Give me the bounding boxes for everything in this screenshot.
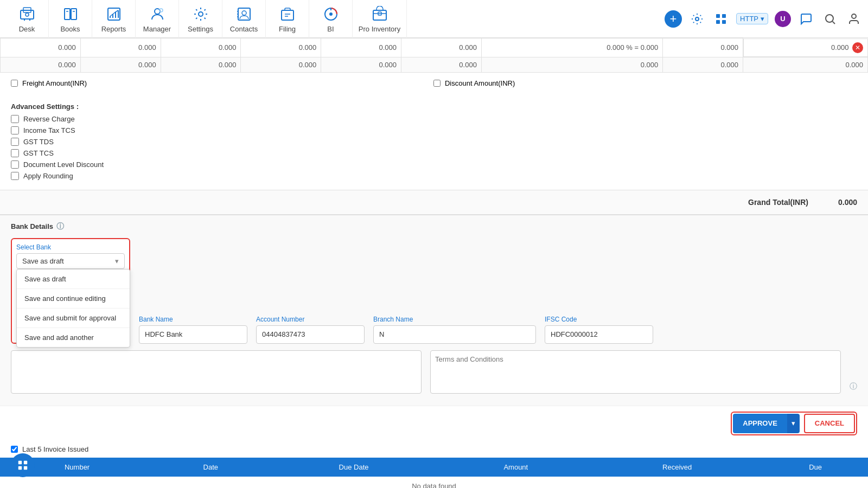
gear-icon[interactable]: [688, 10, 706, 28]
ifsc-code-label: IFSC Code: [545, 316, 653, 323]
reverse-charge-row: Reverse Charge: [11, 115, 857, 123]
nav-contacts-label: Contacts: [230, 25, 258, 33]
svg-rect-40: [24, 461, 27, 464]
save-and-submit-option[interactable]: Save and submit for approval: [17, 309, 130, 328]
select-bank-value: Save as draft: [22, 257, 115, 265]
nav-contacts[interactable]: Contacts: [222, 0, 266, 38]
income-tax-tcs-label: Income Tax TCS: [23, 126, 75, 134]
branch-name-label: Branch Name: [373, 316, 536, 323]
nav-pro-inventory-label: Pro Inventory: [359, 25, 400, 33]
svg-rect-41: [18, 466, 22, 470]
profile-icon[interactable]: [845, 10, 863, 28]
branch-name-input[interactable]: [373, 325, 536, 344]
terms-info-icon: ⓘ: [850, 382, 857, 391]
income-tax-tcs-row: Income Tax TCS: [11, 126, 857, 134]
doc-level-discount-row: Document Level Discount: [11, 160, 857, 169]
approve-arrow-button[interactable]: ▾: [787, 414, 800, 433]
cell-0-1: 0.000: [80, 38, 161, 57]
discount-label: Discount Amount(INR): [445, 79, 515, 87]
svg-rect-35: [722, 20, 726, 24]
apps-grid-icon[interactable]: [712, 10, 730, 28]
last-invoice-checkbox[interactable]: [11, 446, 18, 453]
cell-1-3: 0.000: [241, 57, 321, 72]
http-selector[interactable]: HTTP ▾: [736, 13, 768, 24]
nav-desk[interactable]: Desk: [5, 0, 49, 38]
table-row: 0.000 0.000 0.000 0.000 0.000 0.000 0.00…: [1, 57, 868, 72]
freight-checkbox[interactable]: [11, 80, 18, 87]
save-and-continue-option[interactable]: Save and continue editing: [17, 289, 130, 309]
grand-total-label: Grand Total(INR): [748, 198, 808, 207]
svg-rect-32: [716, 14, 720, 18]
terms-textarea[interactable]: [430, 350, 841, 394]
invoice-table: Number Date Due Date Amount Received Due…: [0, 458, 868, 489]
col-date: Date: [154, 458, 267, 477]
main-content: 0.000 0.000 0.000 0.000 0.000 0.000 0.00…: [0, 38, 868, 488]
notes-textarea[interactable]: [11, 350, 422, 394]
nav-pro-inventory[interactable]: Pro Inventory: [353, 0, 407, 38]
gst-tds-row: GST TDS: [11, 138, 857, 146]
delete-row-button[interactable]: ✕: [852, 42, 863, 53]
filing-icon: [278, 4, 297, 24]
add-button[interactable]: +: [665, 10, 682, 28]
nav-manager[interactable]: Manager: [136, 0, 179, 38]
nav-settings[interactable]: Settings: [179, 0, 222, 38]
svg-rect-22: [282, 10, 293, 20]
nav-books[interactable]: Books: [49, 0, 92, 38]
no-data-row: No data found: [0, 477, 868, 489]
freight-label: Freight Amount(INR): [22, 79, 87, 87]
nav-manager-label: Manager: [143, 25, 171, 33]
cell-0-0: 0.000: [1, 38, 81, 57]
svg-point-26: [329, 12, 333, 16]
svg-rect-39: [18, 461, 22, 464]
svg-rect-33: [722, 14, 726, 18]
svg-rect-6: [71, 9, 76, 20]
http-chevron: ▾: [761, 15, 764, 23]
chat-icon[interactable]: [797, 10, 815, 28]
search-icon[interactable]: [821, 10, 839, 28]
pro-inventory-icon: [370, 4, 390, 24]
nav-bi[interactable]: BI: [309, 0, 353, 38]
save-as-draft-option[interactable]: Save as draft: [17, 269, 130, 289]
bank-name-input[interactable]: [139, 325, 247, 344]
gst-tcs-checkbox[interactable]: [11, 149, 19, 157]
select-bank-input[interactable]: Save as draft ▾: [16, 253, 125, 269]
cell-0-3: 0.000: [241, 38, 321, 57]
cell-1-7: 0.000: [663, 57, 743, 72]
svg-point-36: [826, 15, 833, 22]
nav-reports[interactable]: Reports: [92, 0, 136, 38]
bottom-actions-bar: APPROVE ▾ CANCEL: [0, 406, 868, 441]
svg-rect-5: [65, 9, 70, 20]
apply-rounding-label: Apply Rounding: [23, 172, 73, 180]
reverse-charge-checkbox[interactable]: [11, 115, 19, 123]
nav-filing[interactable]: Filing: [266, 0, 309, 38]
ifsc-code-input[interactable]: [545, 325, 653, 344]
reverse-charge-label: Reverse Charge: [23, 115, 75, 123]
svg-point-14: [155, 9, 160, 14]
account-number-input[interactable]: [256, 325, 365, 344]
save-and-add-another-option[interactable]: Save and add another: [17, 328, 130, 347]
cancel-button[interactable]: CANCEL: [804, 414, 855, 433]
apply-rounding-checkbox[interactable]: [11, 172, 19, 180]
gst-tds-checkbox[interactable]: [11, 138, 19, 146]
settings-icon: [191, 4, 210, 24]
user-avatar[interactable]: U: [775, 11, 791, 27]
contacts-icon: [234, 4, 254, 24]
cell-0-8: 0.000 ✕: [743, 38, 867, 57]
doc-level-discount-checkbox[interactable]: [11, 160, 19, 169]
select-bank-chevron: ▾: [115, 257, 119, 265]
discount-checkbox[interactable]: [433, 80, 441, 87]
bottom-widget-button[interactable]: [11, 453, 35, 477]
manager-icon: [148, 4, 167, 24]
svg-line-37: [833, 21, 835, 23]
invoice-table-header: Number Date Due Date Amount Received Due: [0, 458, 868, 477]
income-tax-tcs-checkbox[interactable]: [11, 126, 19, 134]
col-due-date: Due Date: [267, 458, 440, 477]
account-number-field-group: Account Number: [256, 316, 365, 344]
approve-button[interactable]: APPROVE: [733, 414, 787, 433]
cell-0-5: 0.000: [401, 38, 482, 57]
line-items-table: 0.000 0.000 0.000 0.000 0.000 0.000 0.00…: [0, 38, 868, 73]
bi-icon: [321, 4, 341, 24]
col-due: Due: [763, 458, 868, 477]
gst-tcs-label: GST TCS: [23, 149, 54, 157]
svg-point-38: [852, 14, 856, 18]
